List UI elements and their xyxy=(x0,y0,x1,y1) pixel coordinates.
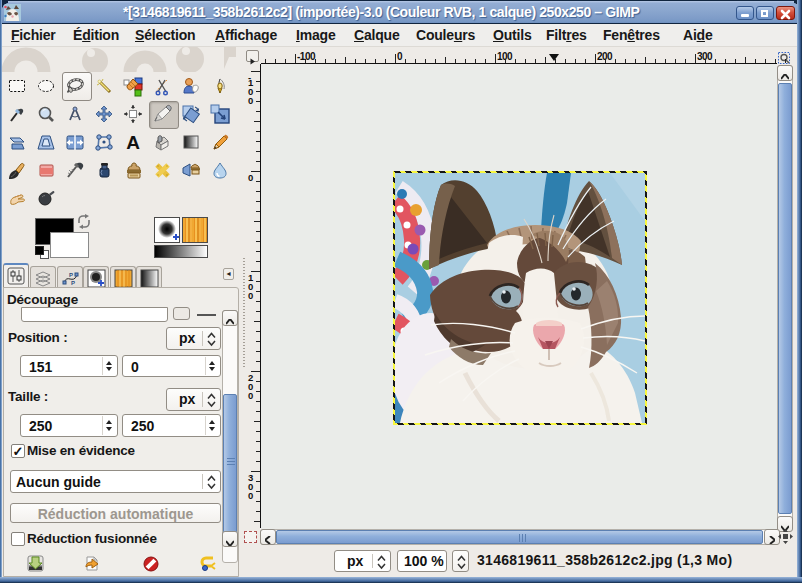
svg-text:P: P xyxy=(71,280,75,286)
svg-text:P: P xyxy=(69,272,73,278)
svg-text:A: A xyxy=(126,132,140,153)
